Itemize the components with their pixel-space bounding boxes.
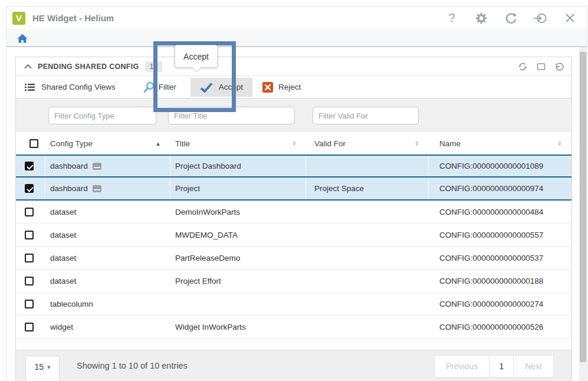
vertical-scrollbar[interactable]	[579, 47, 587, 381]
title-value: PartReleaseDemo	[170, 247, 306, 269]
next-page-button[interactable]: Next	[513, 355, 554, 377]
table-footer: 15 ▾ Showing 1 to 10 of 10 entries Previ…	[16, 350, 571, 381]
help-icon: ?	[448, 11, 455, 25]
panel-refresh-button[interactable]	[518, 62, 528, 71]
valid-for-value	[306, 156, 429, 176]
row-checkbox[interactable]	[25, 277, 34, 285]
title-filter-input[interactable]	[168, 107, 295, 124]
pagination: Previous 1 Next	[434, 355, 554, 377]
table-row[interactable]: dashboard Project Dashboard CONFIG:00000…	[16, 155, 571, 178]
row-checkbox[interactable]	[25, 162, 34, 170]
panel-refresh-icon	[518, 62, 528, 71]
table-row[interactable]: widget Widget InWorkParts CONFIG:0000000…	[16, 316, 571, 339]
config-type-value: dataset	[50, 277, 76, 285]
list-icon	[25, 83, 35, 91]
count-badge: 10	[145, 61, 162, 72]
valid-for-value	[306, 293, 429, 315]
table-row[interactable]: dataset Project Effort CONFIG:0000000000…	[16, 270, 571, 293]
sign-in-button[interactable]	[534, 12, 547, 25]
table-row[interactable]: dataset MWDEMO_DATA CONFIG:0000000000000…	[16, 224, 571, 247]
close-button[interactable]	[563, 12, 576, 25]
title-value: Widget InWorkParts	[170, 316, 306, 338]
valid-for-value	[306, 247, 429, 269]
current-page-button[interactable]: 1	[489, 355, 514, 377]
page-size-value: 15	[34, 362, 44, 372]
home-icon	[17, 34, 28, 43]
collapse-chevron-icon[interactable]	[24, 64, 32, 69]
column-header-name[interactable]: Name ▲▼	[429, 132, 571, 155]
title-value: Project Dashboard	[170, 156, 306, 176]
scrollbar-thumb[interactable]	[580, 52, 586, 362]
column-header-config-type[interactable]: Config Type ▲	[45, 132, 170, 155]
name-value: CONFIG:0000000000000188	[429, 270, 571, 292]
caret-down-icon: ▾	[47, 363, 51, 371]
search-icon	[143, 81, 155, 93]
accept-button[interactable]: Accept	[190, 78, 252, 97]
table-row[interactable]: dashboard Project Project Space CONFIG:0…	[16, 178, 571, 201]
panel-reset-button[interactable]	[554, 62, 564, 71]
row-checkbox[interactable]	[25, 254, 34, 262]
table-filler	[16, 339, 571, 349]
filter-label: Filter	[159, 83, 176, 91]
config-type-value: dataset	[50, 208, 76, 216]
valid-for-filter-input[interactable]	[313, 107, 419, 124]
panel-title: PENDING SHARED CONFIG	[38, 63, 139, 71]
home-button[interactable]	[17, 34, 28, 43]
row-checkbox[interactable]	[25, 208, 34, 216]
close-icon	[565, 13, 575, 23]
config-type-filter-input[interactable]	[48, 107, 156, 124]
column-filter-row	[16, 98, 571, 132]
help-button[interactable]: ?	[445, 12, 458, 25]
app-logo: V	[12, 12, 25, 25]
select-all-checkbox[interactable]	[29, 139, 38, 148]
titlebar: V HE Widget - Helium ?	[6, 6, 587, 30]
panel-header-actions	[518, 62, 564, 71]
title-value	[170, 293, 306, 315]
name-value: CONFIG:0000000000000484	[429, 201, 571, 223]
valid-for-value	[306, 316, 429, 338]
table-row[interactable]: dataset DemoInWorkParts CONFIG:000000000…	[16, 201, 571, 224]
table-row[interactable]: dataset PartReleaseDemo CONFIG:000000000…	[16, 247, 571, 270]
name-value: CONFIG:0000000000000526	[429, 316, 571, 338]
gear-icon	[475, 12, 487, 24]
sign-in-icon	[534, 12, 547, 24]
sort-ascending-icon: ▲	[155, 140, 161, 147]
pending-shared-config-panel: PENDING SHARED CONFIG 10	[15, 57, 572, 381]
previous-page-button[interactable]: Previous	[434, 355, 490, 377]
table-body: dashboard Project Dashboard CONFIG:00000…	[16, 155, 571, 350]
sort-both-icon: ▲▼	[292, 140, 297, 147]
column-header-valid-for[interactable]: Valid For ▲▼	[306, 132, 429, 155]
reload-button[interactable]	[504, 12, 517, 25]
name-value: CONFIG:0000000000000274	[429, 293, 571, 315]
row-checkbox[interactable]	[25, 323, 34, 331]
title-value: MWDEMO_DATA	[170, 224, 306, 246]
table-header-row: Config Type ▲ Title ▲▼ Valid For ▲▼ Name…	[16, 132, 571, 155]
window-title: HE Widget - Helium	[32, 13, 114, 23]
title-value: Project Effort	[170, 270, 306, 292]
table-row[interactable]: tablecolumn CONFIG:0000000000000274	[16, 293, 571, 316]
page-size-select[interactable]: 15 ▾	[25, 356, 60, 381]
config-type-value: dashboard	[50, 184, 88, 193]
reject-button[interactable]: Reject	[262, 82, 301, 93]
name-value: CONFIG:0000000000000974	[429, 178, 571, 199]
name-value: CONFIG:0000000000000557	[429, 224, 571, 246]
reject-x-icon	[262, 82, 273, 93]
dashboard-icon	[93, 185, 101, 192]
title-value: Project	[170, 178, 306, 199]
accept-label: Accept	[219, 83, 243, 91]
settings-button[interactable]	[475, 12, 488, 25]
panel-header: PENDING SHARED CONFIG 10	[16, 57, 571, 75]
row-checkbox[interactable]	[25, 184, 34, 193]
sort-both-icon: ▲▼	[415, 140, 419, 147]
column-header-title[interactable]: Title ▲▼	[170, 132, 306, 155]
shared-config-views-button[interactable]: Shared Config Views	[25, 83, 116, 91]
titlebar-actions: ?	[445, 12, 576, 25]
maximize-icon	[537, 63, 546, 71]
panel-maximize-button[interactable]	[537, 63, 546, 71]
reject-label: Reject	[278, 83, 301, 91]
logo-letter: V	[16, 13, 22, 23]
name-value: CONFIG:0000000000001089	[429, 156, 571, 176]
row-checkbox[interactable]	[25, 231, 34, 239]
filter-button[interactable]: Filter	[143, 81, 176, 93]
row-checkbox[interactable]	[25, 300, 34, 308]
